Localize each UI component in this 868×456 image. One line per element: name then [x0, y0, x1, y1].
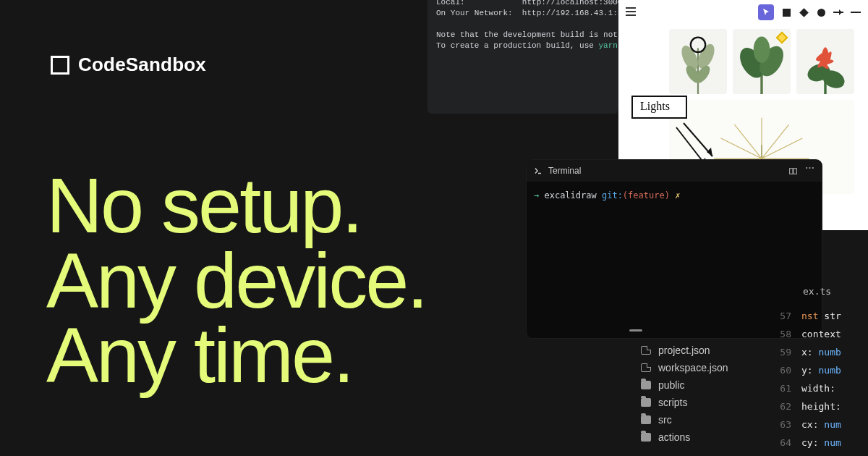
code-line: 59x: numb — [774, 343, 868, 361]
code-text: cx: num — [801, 415, 841, 434]
line-number: 60 — [774, 361, 791, 379]
file-icon — [641, 346, 651, 355]
canvas-thumb[interactable] — [796, 29, 854, 94]
code-line: 57nst str — [774, 307, 868, 325]
tree-item-label: scripts — [658, 397, 687, 408]
network-url: http://192.168.43.1:3000 — [522, 9, 618, 17]
build-note-1: Note that the development build is not o… — [436, 30, 610, 41]
drag-handle-icon[interactable] — [629, 329, 642, 332]
prompt-dir: excalidraw — [544, 190, 596, 200]
code-text: nst str — [801, 307, 841, 325]
tree-item-label: project.json — [658, 345, 710, 356]
tree-item-label: public — [658, 379, 685, 391]
tree-item-label: src — [658, 414, 672, 426]
local-label: Local: — [436, 0, 465, 7]
arrow-tool-icon[interactable] — [833, 7, 843, 17]
line-number: 63 — [774, 415, 791, 434]
terminal-icon — [534, 166, 542, 175]
terminal-body[interactable]: → excalidraw git:(feature) ✗ — [527, 182, 822, 209]
prompt-git: git: — [602, 190, 623, 200]
prompt-arrow: → — [534, 190, 539, 200]
svg-point-26 — [806, 166, 807, 168]
line-tool-icon[interactable] — [851, 7, 861, 17]
tree-item[interactable]: src — [619, 411, 771, 428]
diamond-tool-icon[interactable] — [799, 7, 809, 17]
code-line: 64cy: num — [774, 434, 868, 452]
tree-item-label: actions — [658, 431, 690, 443]
folder-icon — [641, 381, 651, 389]
file-icon — [641, 363, 651, 372]
split-icon[interactable] — [788, 166, 798, 176]
code-text: y: numb — [801, 361, 841, 379]
svg-rect-24 — [790, 168, 793, 174]
code-editor: ex.ts 57nst str58context59x: numb60y: nu… — [774, 286, 868, 456]
build-note-2a: To create a production build, use — [436, 41, 598, 50]
line-number: 58 — [774, 325, 791, 343]
dev-server-panel: Local: http://localhost:3000 On Your Net… — [427, 0, 618, 114]
line-number: 62 — [774, 397, 791, 415]
line-number: 57 — [774, 307, 791, 325]
svg-rect-25 — [793, 168, 796, 174]
rectangle-tool-icon[interactable] — [781, 7, 791, 17]
code-text: height: — [801, 397, 841, 415]
hero-line-2: Any device. — [46, 243, 426, 318]
code-line: 61width: — [774, 379, 868, 397]
code-line: 63cx: num — [774, 415, 868, 434]
tree-item[interactable]: public — [619, 376, 771, 394]
hero-headline: No setup. Any device. Any time. — [46, 168, 426, 393]
code-text: context — [801, 325, 841, 343]
network-label: On Your Network: — [436, 9, 513, 17]
tree-item-label: workspace.json — [658, 362, 728, 373]
logo-square-icon — [51, 56, 69, 75]
svg-point-27 — [809, 166, 810, 168]
pointer-tool-icon[interactable] — [758, 4, 774, 20]
canvas-thumb[interactable] — [669, 29, 727, 94]
terminal-title: Terminal — [548, 166, 581, 176]
code-text: cy: num — [801, 434, 841, 452]
folder-icon — [641, 433, 651, 442]
svg-marker-22 — [707, 148, 712, 156]
hero-line-3: Any time. — [46, 318, 426, 393]
code-text: width: — [801, 379, 835, 397]
code-line: 62height: — [774, 397, 868, 415]
tree-item[interactable]: workspace.json — [619, 359, 771, 376]
svg-line-12 — [734, 124, 762, 159]
canvas-thumb[interactable] — [733, 29, 791, 94]
svg-point-28 — [812, 166, 814, 168]
folder-icon — [641, 415, 651, 424]
folder-icon — [641, 398, 651, 407]
hamburger-icon[interactable] — [626, 7, 636, 16]
svg-line-11 — [762, 138, 802, 159]
prompt-branch: (feature) — [623, 190, 670, 200]
hero-line-1: No setup. — [46, 168, 426, 243]
toolbar — [758, 4, 861, 20]
terminal-tabbar: Terminal — [527, 160, 822, 182]
file-tree: project.jsonworkspace.jsonpublicscriptss… — [619, 329, 771, 446]
brand-logo: CodeSandbox — [51, 54, 206, 76]
svg-point-7 — [754, 37, 770, 63]
svg-line-13 — [762, 124, 789, 159]
local-url: http://localhost:3000 — [522, 0, 618, 7]
tree-item[interactable]: project.json — [619, 342, 771, 359]
build-note-2b: yarn build — [598, 41, 618, 50]
line-number: 64 — [774, 434, 791, 452]
tree-item[interactable]: scripts — [619, 394, 771, 411]
svg-line-10 — [721, 138, 762, 159]
code-line: 60y: numb — [774, 361, 868, 379]
line-number: 61 — [774, 379, 791, 397]
editor-tab[interactable]: ex.ts — [774, 286, 868, 307]
line-number: 59 — [774, 343, 791, 361]
more-icon[interactable] — [805, 166, 814, 169]
canvas-text-label[interactable]: Lights — [631, 96, 687, 119]
prompt-dirty: ✗ — [675, 190, 680, 200]
code-line: 58context — [774, 325, 868, 343]
code-text: x: numb — [801, 343, 841, 361]
ellipse-tool-icon[interactable] — [816, 7, 826, 17]
tree-item[interactable]: actions — [619, 428, 771, 446]
brand-name: CodeSandbox — [78, 54, 206, 76]
